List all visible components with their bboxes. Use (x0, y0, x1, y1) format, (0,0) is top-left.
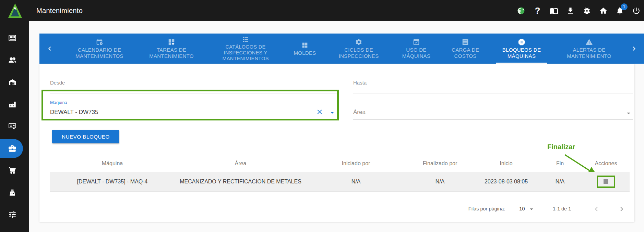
pagination-next-icon[interactable] (617, 205, 626, 214)
desde-field-label: Desde (50, 80, 65, 86)
module-tab-bar: CALENDARIO DE MANTENIMIENTOS TAREAS DE M… (39, 34, 644, 64)
notifications-bell-icon[interactable]: 1 (616, 7, 624, 15)
tab-catalogos-inspecciones[interactable]: CATÁLOGOS DE INSPECCIÓNES Y MANTENIMIENT… (211, 34, 280, 64)
app-header: Mantenimiento ? 1 (0, 0, 644, 21)
bloqueos-panel: Desde Hasta Máquina DEWALT - DW735 Área … (39, 64, 634, 222)
sidebar-item-people[interactable] (0, 52, 29, 69)
sidebar-item-warehouse[interactable] (0, 74, 29, 91)
tab-moldes[interactable]: MOLDES (284, 34, 325, 64)
tab-label: CALENDARIO DE (78, 47, 121, 53)
hasta-field-label: Hasta (353, 80, 367, 86)
table-row: [DEWALT - DW735] - MAQ-4 MECANIZADO Y RE… (50, 172, 630, 192)
tab-calendario-mantenimientos[interactable]: CALENDARIO DE MANTENIMIENTOS (67, 34, 132, 64)
column-header-fin: Fin (538, 160, 582, 167)
sidebar-item-maintenance[interactable] (0, 140, 29, 157)
gear-cycle-icon (355, 38, 362, 46)
power-icon[interactable] (632, 7, 641, 15)
tabs-scroll-right-icon[interactable] (630, 44, 638, 53)
news-board-icon (8, 34, 17, 42)
header-icon-group: ? 1 (517, 0, 641, 21)
tab-label: INSPECCIONES (339, 53, 379, 59)
warehouse-icon (8, 78, 17, 87)
annotation-box-maquina (41, 90, 339, 120)
grid-squares-icon (301, 41, 309, 49)
tab-alertas-mantenimiento[interactable]: ALERTAS DE MANTENIMIENTO (558, 34, 620, 64)
row-cell-maquina: [DEWALT - DW735] - MAQ-4 (50, 179, 175, 185)
help-icon[interactable]: ? (533, 7, 542, 15)
tab-label: MÁQUINAS (508, 53, 536, 59)
tab-label: CARGA DE (452, 47, 479, 53)
desde-field-input[interactable] (50, 93, 338, 93)
tab-label: USO DE (406, 47, 426, 53)
app-window: Mantenimiento ? 1 (0, 0, 644, 232)
maquina-dropdown-icon[interactable] (328, 108, 336, 117)
warning-triangle-icon (585, 38, 593, 46)
pagination-prev-icon[interactable] (592, 205, 601, 214)
sliders-tune-icon (8, 210, 17, 219)
tab-label: MANTENIMIENTO (149, 53, 193, 59)
sidebar-item-certificates[interactable] (0, 118, 29, 135)
rows-per-page-label: Filas por página: (466, 206, 505, 211)
tab-ciclos-inspecciones[interactable]: CICLOS DE INSPECCIONES (331, 34, 386, 64)
column-header-area: Área (175, 160, 307, 167)
tab-uso-maquinas[interactable]: USO DE MÁQUINAS (392, 34, 440, 64)
tab-label: COSTOS (454, 53, 477, 59)
column-header-inicio: Inicio (475, 160, 538, 167)
tab-tareas-mantenimiento[interactable]: TAREAS DE MANTENIMIENTO (141, 34, 202, 64)
maquina-field-value[interactable]: DEWALT - DW735 (50, 109, 98, 116)
checklist-icon (242, 36, 249, 43)
globe-icon[interactable] (517, 7, 525, 15)
tab-label: MANTENIMIENTOS (75, 53, 123, 59)
bug-report-icon[interactable] (583, 7, 591, 15)
maquina-field-label: Máquina (50, 100, 67, 105)
people-icon (8, 56, 17, 65)
tab-label: MANTENIMIENTO (567, 53, 611, 59)
factory-icon (8, 100, 17, 109)
tab-bloqueos-maquinas[interactable]: BLOQUEOS DE MÁQUINAS (496, 34, 547, 64)
sidebar-item-sales[interactable] (0, 184, 29, 201)
tab-label: TAREAS DE (157, 47, 187, 53)
row-cell-iniciado-por: N/A (307, 179, 405, 185)
column-header-maquina: Máquina (50, 160, 175, 167)
tab-label: BLOQUEOS DE (502, 47, 541, 53)
guide-book-icon[interactable] (550, 7, 558, 15)
row-cell-fin: N/A (538, 179, 582, 185)
hasta-field-input[interactable] (353, 93, 633, 93)
notification-count-badge: 1 (621, 3, 628, 10)
rows-per-page-caret-icon (528, 205, 535, 213)
sidebar-item-news[interactable] (0, 29, 29, 47)
tab-label: CICLOS DE (344, 47, 373, 53)
column-header-iniciado-por: Iniciado por (307, 160, 405, 167)
tab-carga-costos[interactable]: CARGA DE COSTOS (441, 34, 489, 64)
rows-per-page-select[interactable]: 10 (518, 205, 538, 214)
home-icon[interactable] (599, 7, 608, 15)
row-cell-acciones (582, 176, 630, 188)
area-field-label[interactable]: Área (353, 109, 366, 116)
certificate-card-icon (8, 122, 17, 131)
tab-label: MÁQUINAS (402, 53, 430, 59)
tabs-scroll-left-icon[interactable] (46, 44, 54, 53)
tab-label: CATÁLOGOS DE (226, 44, 266, 50)
rows-per-page-value: 10 (519, 206, 525, 211)
shopping-cart-icon (8, 166, 17, 175)
sidebar-item-factory[interactable] (0, 96, 29, 113)
sidebar-item-settings[interactable] (0, 206, 29, 223)
finalizar-annotation-label: Finalizar (547, 143, 575, 151)
finalizar-bloqueo-action-icon[interactable] (604, 179, 608, 184)
nuevo-bloqueo-button[interactable]: NUEVO BLOQUEO (52, 130, 119, 143)
table-header-row: Máquina Área Iniciado por Finalizado por… (50, 157, 630, 170)
annotation-box-finalizar-action (597, 176, 615, 188)
grid-gear-icon (168, 38, 175, 46)
tab-label: MANTENIMIENTOS (222, 56, 269, 62)
column-header-acciones: Acciones (582, 160, 630, 167)
receipt-icon (462, 38, 469, 46)
calendar-check-icon (413, 38, 420, 46)
app-logo-icon (8, 3, 23, 18)
octagon-pause-icon (518, 38, 525, 46)
maquina-clear-icon[interactable] (316, 108, 323, 116)
row-cell-inicio: 2023-08-03 08:05 (475, 179, 538, 185)
area-dropdown-icon[interactable] (624, 109, 633, 117)
page-title: Mantenimiento (36, 7, 83, 15)
download-icon[interactable] (566, 7, 575, 15)
sidebar-item-purchases[interactable] (0, 162, 29, 179)
